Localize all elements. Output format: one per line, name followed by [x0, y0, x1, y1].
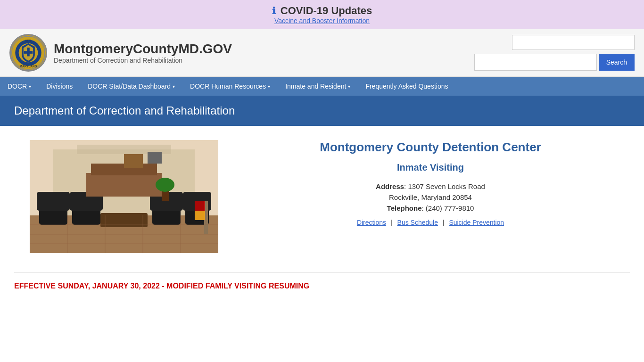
address-line1: 1307 Seven Locks Road	[408, 182, 485, 190]
main-content: Montgomery County Detention Center Inmat…	[16, 126, 628, 263]
svg-rect-28	[124, 154, 143, 168]
covid-subtitle-link[interactable]: Vaccine and Booster Information	[9, 17, 635, 25]
svg-rect-13	[37, 192, 70, 211]
svg-text:MARYLAND: MARYLAND	[20, 65, 37, 68]
info-icon: ℹ	[272, 6, 276, 16]
info-panel: Montgomery County Detention Center Inmat…	[247, 140, 614, 226]
search-button[interactable]: Search	[599, 54, 635, 71]
search-input[interactable]	[474, 54, 597, 71]
main-nav: DOCR ▾ Divisions DOCR Stat/Data Dashboar…	[0, 77, 644, 96]
nav-item-divisions[interactable]: Divisions	[39, 77, 80, 96]
links-row: Directions | Bus Schedule | Suicide Prev…	[247, 219, 614, 226]
header-search-area: Search	[474, 35, 635, 71]
chevron-down-icon-2: ▾	[173, 84, 175, 89]
chevron-down-icon-3: ▾	[268, 84, 270, 89]
nav-item-hr[interactable]: DOCR Human Resources ▾	[182, 77, 278, 96]
pipe-sep-1: |	[391, 219, 393, 226]
site-title: MontgomeryCountyMD.GOV	[54, 41, 232, 57]
covid-title: ℹ COVID-19 Updates	[9, 5, 635, 17]
visiting-title: Inmate Visiting	[247, 162, 614, 173]
search-top-bar	[512, 35, 635, 50]
chevron-down-icon-4: ▾	[348, 84, 350, 89]
address-label: Address	[376, 182, 404, 190]
facility-room-svg	[30, 140, 218, 253]
telephone-row: Telephone: (240) 777-9810	[247, 204, 614, 212]
facility-title: Montgomery County Detention Center	[247, 140, 614, 155]
header-branding: MARYLAND 1776 MontgomeryCountyMD.GOV Dep…	[9, 34, 232, 72]
address-row2: Rockville, Maryland 20854	[247, 193, 614, 201]
suicide-prevention-link[interactable]: Suicide Prevention	[449, 219, 504, 226]
nav-item-docr[interactable]: DOCR ▾	[0, 77, 39, 96]
logo: MARYLAND 1776	[9, 34, 47, 72]
svg-rect-4	[24, 51, 33, 54]
nav-label-stat: DOCR Stat/Data Dashboard	[88, 82, 171, 90]
svg-text:1776: 1776	[25, 39, 31, 42]
covid-banner: ℹ COVID-19 Updates Vaccine and Booster I…	[0, 0, 644, 29]
logo-svg: MARYLAND 1776	[11, 35, 46, 70]
nav-label-divisions: Divisions	[46, 82, 73, 90]
telephone-value: (240) 777-9810	[426, 204, 474, 212]
page-header-band: Department of Correction and Rehabilitat…	[0, 96, 644, 126]
nav-item-faq[interactable]: Frequently Asked Questions	[358, 77, 455, 96]
site-title-block: MontgomeryCountyMD.GOV Department of Cor…	[54, 41, 232, 64]
nav-label-faq: Frequently Asked Questions	[365, 82, 448, 90]
content-divider	[14, 272, 630, 272]
address-row: Address: 1307 Seven Locks Road	[247, 182, 614, 190]
pipe-sep-2: |	[443, 219, 445, 226]
search-row: Search	[474, 54, 635, 71]
directions-link[interactable]: Directions	[357, 219, 386, 226]
facility-image	[30, 140, 218, 253]
site-subtitle: Department of Correction and Rehabilitat…	[54, 57, 232, 64]
bus-schedule-link[interactable]: Bus Schedule	[397, 219, 438, 226]
nav-label-inmate: Inmate and Resident	[285, 82, 346, 90]
svg-rect-27	[195, 211, 205, 220]
nav-item-stat[interactable]: DOCR Stat/Data Dashboard ▾	[80, 77, 182, 96]
notice-text: EFFECTIVE SUNDAY, JANUARY 30, 2022 - MOD…	[0, 282, 644, 300]
page-header-title: Department of Correction and Rehabilitat…	[14, 104, 235, 117]
nav-label-hr: DOCR Human Resources	[190, 82, 266, 90]
telephone-label: Telephone	[387, 204, 422, 212]
svg-rect-21	[86, 173, 162, 197]
nav-item-inmate[interactable]: Inmate and Resident ▾	[278, 77, 358, 96]
covid-title-text: COVID-19 Updates	[281, 5, 372, 16]
site-header: MARYLAND 1776 MontgomeryCountyMD.GOV Dep…	[0, 29, 644, 77]
svg-rect-29	[148, 152, 162, 164]
svg-point-24	[156, 178, 174, 192]
chevron-down-icon: ▾	[29, 84, 31, 89]
address-line2: Rockville, Maryland 20854	[389, 193, 472, 201]
nav-label-docr: DOCR	[8, 82, 27, 90]
